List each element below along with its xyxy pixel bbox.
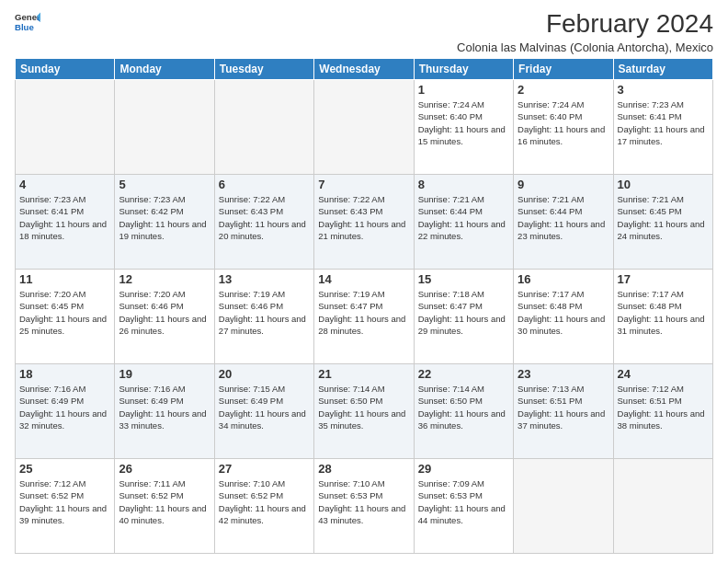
calendar-body: 1Sunrise: 7:24 AMSunset: 6:40 PMDaylight… [16, 80, 713, 554]
day-info: Sunrise: 7:17 AMSunset: 6:48 PMDaylight:… [618, 288, 709, 337]
calendar-header: Sunday Monday Tuesday Wednesday Thursday… [16, 59, 713, 80]
col-monday: Monday [115, 59, 214, 80]
logo: General Blue [15, 9, 40, 35]
day-number: 12 [119, 272, 210, 286]
calendar-cell: 13Sunrise: 7:19 AMSunset: 6:46 PMDayligh… [214, 270, 313, 364]
svg-text:Blue: Blue [15, 22, 34, 32]
day-info: Sunrise: 7:19 AMSunset: 6:46 PMDaylight:… [219, 288, 310, 337]
calendar-cell: 29Sunrise: 7:09 AMSunset: 6:53 PMDayligh… [414, 459, 513, 554]
day-number: 1 [418, 83, 509, 97]
day-info: Sunrise: 7:11 AMSunset: 6:52 PMDaylight:… [119, 477, 210, 526]
day-info: Sunrise: 7:18 AMSunset: 6:47 PMDaylight:… [418, 288, 509, 337]
day-info: Sunrise: 7:20 AMSunset: 6:45 PMDaylight:… [19, 288, 110, 337]
calendar-cell: 16Sunrise: 7:17 AMSunset: 6:48 PMDayligh… [514, 270, 613, 364]
calendar-cell: 15Sunrise: 7:18 AMSunset: 6:47 PMDayligh… [414, 270, 513, 364]
day-info: Sunrise: 7:23 AMSunset: 6:42 PMDaylight:… [119, 193, 210, 242]
day-number: 10 [618, 178, 709, 191]
page: General Blue February 2024 Colonia las M… [0, 0, 728, 563]
day-info: Sunrise: 7:15 AMSunset: 6:49 PMDaylight:… [219, 383, 310, 431]
day-number: 3 [618, 83, 709, 97]
day-number: 13 [219, 272, 310, 286]
day-number: 15 [418, 272, 509, 286]
day-number: 7 [318, 178, 409, 191]
calendar-cell: 4Sunrise: 7:23 AMSunset: 6:41 PMDaylight… [16, 175, 115, 270]
calendar-cell: 26Sunrise: 7:11 AMSunset: 6:52 PMDayligh… [115, 459, 214, 554]
calendar-cell: 18Sunrise: 7:16 AMSunset: 6:49 PMDayligh… [16, 364, 115, 459]
day-number: 27 [219, 462, 310, 476]
day-info: Sunrise: 7:20 AMSunset: 6:46 PMDaylight:… [119, 288, 210, 337]
calendar-cell [613, 459, 712, 554]
calendar-cell: 1Sunrise: 7:24 AMSunset: 6:40 PMDaylight… [414, 80, 513, 175]
calendar-cell: 2Sunrise: 7:24 AMSunset: 6:40 PMDaylight… [514, 80, 613, 175]
col-friday: Friday [514, 59, 613, 80]
calendar-week-3: 11Sunrise: 7:20 AMSunset: 6:45 PMDayligh… [16, 270, 713, 364]
col-thursday: Thursday [414, 59, 513, 80]
day-info: Sunrise: 7:14 AMSunset: 6:50 PMDaylight:… [418, 383, 509, 431]
day-number: 24 [618, 367, 709, 381]
calendar-table: Sunday Monday Tuesday Wednesday Thursday… [15, 58, 713, 554]
day-info: Sunrise: 7:14 AMSunset: 6:50 PMDaylight:… [318, 383, 409, 431]
day-number: 20 [219, 367, 310, 381]
svg-text:General: General [15, 12, 40, 22]
day-number: 25 [19, 462, 110, 476]
day-number: 14 [318, 272, 409, 286]
calendar-cell [314, 80, 414, 175]
day-info: Sunrise: 7:24 AMSunset: 6:40 PMDaylight:… [418, 98, 509, 147]
calendar-cell: 12Sunrise: 7:20 AMSunset: 6:46 PMDayligh… [115, 270, 214, 364]
day-info: Sunrise: 7:23 AMSunset: 6:41 PMDaylight:… [19, 193, 110, 242]
day-info: Sunrise: 7:16 AMSunset: 6:49 PMDaylight:… [119, 383, 210, 431]
calendar-cell: 22Sunrise: 7:14 AMSunset: 6:50 PMDayligh… [414, 364, 513, 459]
main-title: February 2024 [457, 9, 713, 39]
day-number: 22 [418, 367, 509, 381]
col-wednesday: Wednesday [314, 59, 414, 80]
day-number: 8 [418, 178, 509, 191]
calendar-cell [214, 80, 313, 175]
day-number: 6 [219, 178, 310, 191]
day-info: Sunrise: 7:21 AMSunset: 6:44 PMDaylight:… [418, 193, 509, 242]
col-tuesday: Tuesday [214, 59, 313, 80]
calendar-cell: 28Sunrise: 7:10 AMSunset: 6:53 PMDayligh… [314, 459, 414, 554]
col-sunday: Sunday [16, 59, 115, 80]
calendar-cell: 27Sunrise: 7:10 AMSunset: 6:52 PMDayligh… [214, 459, 313, 554]
day-number: 4 [19, 178, 110, 191]
day-number: 17 [618, 272, 709, 286]
calendar-cell: 21Sunrise: 7:14 AMSunset: 6:50 PMDayligh… [314, 364, 414, 459]
day-number: 18 [19, 367, 110, 381]
calendar-cell: 23Sunrise: 7:13 AMSunset: 6:51 PMDayligh… [514, 364, 613, 459]
day-number: 28 [318, 462, 409, 476]
calendar-cell: 5Sunrise: 7:23 AMSunset: 6:42 PMDaylight… [115, 175, 214, 270]
day-info: Sunrise: 7:24 AMSunset: 6:40 PMDaylight:… [518, 98, 609, 147]
calendar-week-5: 25Sunrise: 7:12 AMSunset: 6:52 PMDayligh… [16, 459, 713, 554]
day-number: 16 [518, 272, 609, 286]
day-info: Sunrise: 7:21 AMSunset: 6:44 PMDaylight:… [518, 193, 609, 242]
day-number: 26 [119, 462, 210, 476]
day-info: Sunrise: 7:13 AMSunset: 6:51 PMDaylight:… [518, 383, 609, 431]
col-saturday: Saturday [613, 59, 712, 80]
day-number: 2 [518, 83, 609, 97]
day-info: Sunrise: 7:10 AMSunset: 6:52 PMDaylight:… [219, 477, 310, 526]
calendar-cell: 7Sunrise: 7:22 AMSunset: 6:43 PMDaylight… [314, 175, 414, 270]
calendar-cell: 6Sunrise: 7:22 AMSunset: 6:43 PMDaylight… [214, 175, 313, 270]
calendar-cell [16, 80, 115, 175]
day-number: 9 [518, 178, 609, 191]
day-info: Sunrise: 7:10 AMSunset: 6:53 PMDaylight:… [318, 477, 409, 526]
day-number: 29 [418, 462, 509, 476]
day-number: 19 [119, 367, 210, 381]
day-info: Sunrise: 7:12 AMSunset: 6:51 PMDaylight:… [618, 383, 709, 431]
title-block: February 2024 Colonia las Malvinas (Colo… [457, 9, 713, 54]
day-info: Sunrise: 7:19 AMSunset: 6:47 PMDaylight:… [318, 288, 409, 337]
day-info: Sunrise: 7:21 AMSunset: 6:45 PMDaylight:… [618, 193, 709, 242]
calendar-cell: 14Sunrise: 7:19 AMSunset: 6:47 PMDayligh… [314, 270, 414, 364]
calendar-cell: 10Sunrise: 7:21 AMSunset: 6:45 PMDayligh… [613, 175, 712, 270]
day-info: Sunrise: 7:16 AMSunset: 6:49 PMDaylight:… [19, 383, 110, 431]
calendar-cell: 19Sunrise: 7:16 AMSunset: 6:49 PMDayligh… [115, 364, 214, 459]
day-info: Sunrise: 7:09 AMSunset: 6:53 PMDaylight:… [418, 477, 509, 526]
calendar-week-1: 1Sunrise: 7:24 AMSunset: 6:40 PMDaylight… [16, 80, 713, 175]
header: General Blue February 2024 Colonia las M… [15, 9, 713, 54]
day-info: Sunrise: 7:12 AMSunset: 6:52 PMDaylight:… [19, 477, 110, 526]
calendar-cell: 25Sunrise: 7:12 AMSunset: 6:52 PMDayligh… [16, 459, 115, 554]
calendar-cell: 8Sunrise: 7:21 AMSunset: 6:44 PMDaylight… [414, 175, 513, 270]
subtitle: Colonia las Malvinas (Colonia Antorcha),… [457, 40, 713, 54]
calendar-cell: 17Sunrise: 7:17 AMSunset: 6:48 PMDayligh… [613, 270, 712, 364]
day-info: Sunrise: 7:22 AMSunset: 6:43 PMDaylight:… [318, 193, 409, 242]
